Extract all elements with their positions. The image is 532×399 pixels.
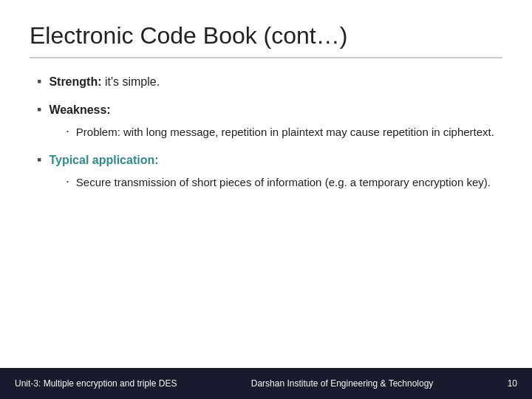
strength-text: it's simple. <box>102 75 160 88</box>
slide-title: Electronic Code Book (cont…) <box>30 22 502 58</box>
slide-footer: Unit-3: Multiple encryption and triple D… <box>0 368 532 399</box>
bullet-text-weakness: Weakness: <box>49 101 110 119</box>
strength-label: Strength: <box>49 75 101 88</box>
bullet-weakness: ▪ Weakness: • Problem: with long message… <box>37 101 502 141</box>
sub-bullet-marker-typical: • <box>66 178 69 185</box>
weakness-label: Weakness: <box>49 103 110 116</box>
weakness-sub-bullet: • Problem: with long message, repetition… <box>66 123 502 141</box>
slide-container: Electronic Code Book (cont…) ▪ Strength:… <box>0 0 532 399</box>
sub-bullet-marker-weakness: • <box>66 128 69 134</box>
typical-sub-text: Secure transmission of short pieces of i… <box>76 174 491 191</box>
footer-center-text: Darshan Institute of Engineering & Techn… <box>251 378 434 389</box>
bullet-marker-typical: ▪ <box>37 152 41 168</box>
main-bullet-strength: ▪ Strength: it's simple. <box>37 73 502 91</box>
weakness-sub-text: Problem: with long message, repetition i… <box>76 123 494 141</box>
main-bullet-typical: ▪ Typical application: <box>37 151 502 169</box>
footer-left-text: Unit-3: Multiple encryption and triple D… <box>15 378 177 389</box>
bullet-marker-weakness: ▪ <box>37 102 41 117</box>
bullet-marker-strength: ▪ <box>37 74 41 89</box>
slide-content: ▪ Strength: it's simple. ▪ Weakness: • P… <box>30 73 502 362</box>
footer-page-number: 10 <box>508 378 517 389</box>
typical-label: Typical application: <box>49 154 158 166</box>
weakness-sub-list: • Problem: with long message, repetition… <box>37 123 502 141</box>
bullet-typical: ▪ Typical application: • Secure transmis… <box>37 151 502 191</box>
bullet-text-typical: Typical application: <box>49 151 158 169</box>
bullet-strength: ▪ Strength: it's simple. <box>37 73 502 91</box>
bullet-text-strength: Strength: it's simple. <box>49 73 160 91</box>
typical-sub-list: • Secure transmission of short pieces of… <box>37 174 502 191</box>
typical-sub-bullet: • Secure transmission of short pieces of… <box>66 174 502 191</box>
main-bullet-weakness: ▪ Weakness: <box>37 101 502 119</box>
